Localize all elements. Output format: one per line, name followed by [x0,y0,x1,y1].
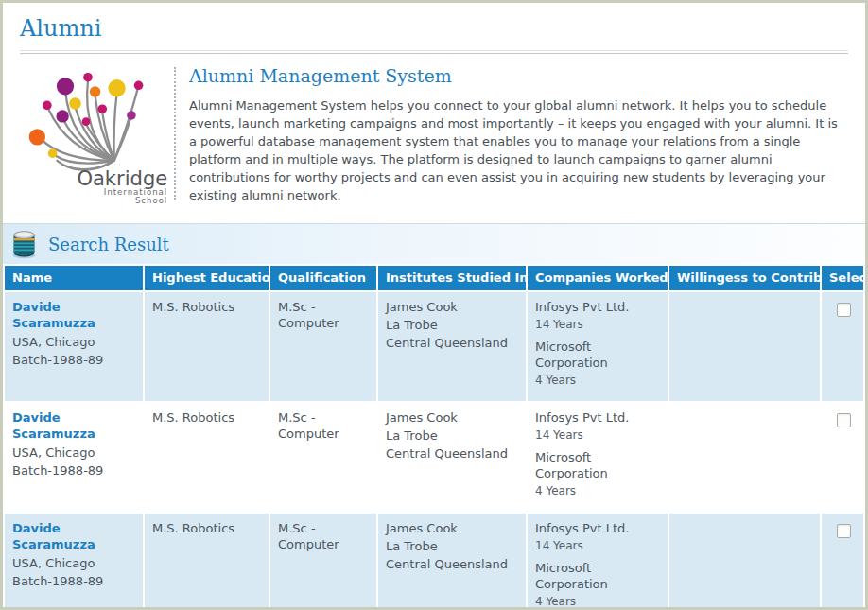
intro-section: Oakridge International School Alumni Man… [20,63,848,207]
company-duration: 14 Years [535,317,662,333]
willingness-cell [669,403,820,512]
companies-cell: Infosys Pvt Ltd. 14 Years Microsoft Corp… [528,292,668,401]
select-checkbox[interactable] [837,303,851,317]
column-header-select: Select [822,266,863,290]
alumnus-name-link[interactable]: Davide Scaramuzza [12,299,137,331]
company-name: Microsoft Corporation [535,449,662,481]
institute-item: La Trobe [386,317,520,333]
search-result-heading: Search Result [48,235,169,254]
highest-education-cell: M.S. Robotics [145,403,269,512]
willingness-cell [669,514,820,610]
search-result-band: Search Result [3,223,865,264]
school-logo: Oakridge International School [20,63,174,207]
select-cell [822,514,863,610]
institutes-cell: James Cook La Trobe Central Queensland [378,292,526,401]
alumnus-name-link[interactable]: Davide Scaramuzza [12,410,137,442]
title-divider [20,50,848,54]
alumnus-location: USA, Chicago [12,555,137,571]
table-row: Davide Scaramuzza USA, Chicago Batch-198… [5,514,863,610]
institute-item: James Cook [386,520,520,536]
company-name: Microsoft Corporation [535,560,662,592]
page-title: Alumni [20,15,848,42]
willingness-cell [669,292,820,401]
intro-description: Alumni Management System helps you conne… [189,96,848,204]
select-checkbox[interactable] [837,413,851,427]
company-name: Infosys Pvt Ltd. [535,299,662,315]
institute-item: La Trobe [386,538,520,554]
alumnus-location: USA, Chicago [12,444,137,461]
svg-text:Oakridge: Oakridge [77,166,167,190]
alumnus-batch: Batch-1988-89 [12,462,137,479]
svg-text:School: School [134,196,166,205]
alumni-page: Alumni [0,0,868,610]
alumnus-batch: Batch-1988-89 [12,352,137,368]
name-cell: Davide Scaramuzza USA, Chicago Batch-198… [5,403,143,512]
table-row: Davide Scaramuzza USA, Chicago Batch-198… [5,292,863,401]
highest-education-cell: M.S. Robotics [145,514,269,610]
database-icon [11,230,37,259]
select-cell [822,403,863,512]
intro-heading: Alumni Management System [189,65,848,86]
name-cell: Davide Scaramuzza USA, Chicago Batch-198… [5,514,143,610]
table-header-row: Name Highest Education Qualification Ins… [5,266,863,290]
column-header-willingness: Willingess to Contribute [669,266,820,290]
institute-item: James Cook [386,410,520,426]
company-duration: 14 Years [535,427,662,444]
alumnus-name-link[interactable]: Davide Scaramuzza [12,520,137,552]
companies-cell: Infosys Pvt Ltd. 14 Years Microsoft Corp… [528,514,668,610]
select-cell [822,292,863,401]
institutes-cell: James Cook La Trobe Central Queensland [378,514,526,610]
institute-item: La Trobe [386,427,520,444]
oakridge-logo-graphic: Oakridge International School [23,65,172,205]
company-name: Microsoft Corporation [535,339,662,371]
company-duration: 4 Years [535,594,662,610]
institute-item: Central Queensland [386,445,520,462]
qualification-cell: M.Sc - Computer [270,403,376,512]
alumnus-location: USA, Chicago [12,334,137,350]
column-header-institutes: Institutes Studied In [378,266,526,290]
company-name: Infosys Pvt Ltd. [535,410,662,426]
column-header-companies: Companies Worked In [528,266,668,290]
institute-item: James Cook [386,299,520,315]
qualification-cell: M.Sc - Computer [270,292,376,401]
companies-cell: Infosys Pvt Ltd. 14 Years Microsoft Corp… [528,403,668,512]
column-header-qualification: Qualification [270,266,376,290]
table-row: Davide Scaramuzza USA, Chicago Batch-198… [5,403,863,512]
institutes-cell: James Cook La Trobe Central Queensland [378,403,526,512]
results-table: Name Highest Education Qualification Ins… [3,264,865,610]
select-checkbox[interactable] [837,524,851,538]
highest-education-cell: M.S. Robotics [145,292,269,401]
institute-item: Central Queensland [386,556,520,572]
intro-text-block: Alumni Management System Alumni Manageme… [176,63,848,207]
company-duration: 14 Years [535,538,662,554]
company-name: Infosys Pvt Ltd. [535,520,662,536]
column-header-highest-education: Highest Education [145,266,269,290]
company-duration: 4 Years [535,483,662,499]
qualification-cell: M.Sc - Computer [270,514,376,610]
column-header-name: Name [5,266,143,290]
company-duration: 4 Years [535,373,662,389]
name-cell: Davide Scaramuzza USA, Chicago Batch-198… [5,292,143,401]
institute-item: Central Queensland [386,335,520,351]
alumnus-batch: Batch-1988-89 [12,573,137,589]
